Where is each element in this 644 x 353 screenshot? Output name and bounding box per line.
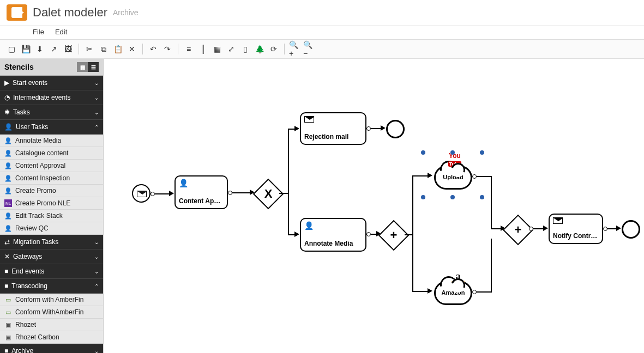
task-label: Annotate Media — [304, 240, 362, 247]
stencil-content-inspection[interactable]: 👤Content Inspection — [0, 172, 103, 185]
edge — [232, 192, 251, 193]
copy-icon[interactable]: ⧉ — [98, 43, 110, 55]
task-label: Rejection mail — [304, 133, 362, 141]
stencil-label: Create Promo — [15, 187, 56, 194]
distribute-icon[interactable]: ║ — [197, 43, 209, 55]
cut-icon[interactable]: ✂ — [83, 43, 95, 55]
selection-handle[interactable] — [450, 150, 455, 155]
chevron-down-icon: ⌄ — [94, 269, 99, 275]
view-list-icon[interactable]: ☰ — [88, 62, 99, 72]
group-start-events[interactable]: ▶ Start events ⌄ — [0, 76, 103, 90]
user-icon: 👤 — [4, 212, 12, 220]
node-parallel-gateway-split[interactable]: + — [378, 220, 410, 251]
refresh-icon[interactable]: ⟳ — [268, 43, 280, 55]
node-end-event[interactable] — [386, 120, 405, 138]
edge — [412, 175, 413, 292]
node-message-start-event[interactable] — [132, 184, 151, 203]
group-tasks[interactable]: ✱ Tasks ⌄ — [0, 105, 103, 120]
node-annotate-media[interactable]: 👤 Annotate Media — [300, 218, 366, 252]
play-icon: ▶ — [4, 79, 9, 87]
stencil-conform-amberfin-2[interactable]: ▭Conform WithAmberFin — [0, 306, 103, 319]
stencil-conform-amberfin-1[interactable]: ▭Conform with AmberFin — [0, 294, 103, 306]
edge — [412, 291, 429, 292]
edge — [491, 228, 502, 229]
new-doc-icon[interactable]: ▢ — [5, 43, 17, 55]
stencil-label: Conform WithAmberFin — [15, 308, 83, 316]
selection-handle[interactable] — [421, 195, 425, 199]
stencil-rhozet[interactable]: ▣Rhozet — [0, 319, 103, 331]
grid-icon[interactable]: ▦ — [211, 43, 223, 55]
group-label: End events — [11, 267, 44, 275]
group-user-tasks[interactable]: 👤 User Tasks ⌃ — [0, 120, 103, 135]
node-amazon[interactable]: a Amazon — [434, 281, 472, 305]
redo-icon[interactable]: ↷ — [161, 43, 173, 55]
node-notify-contributor[interactable]: Notify Contribu... — [549, 214, 603, 244]
align-icon[interactable]: ≡ — [183, 43, 195, 55]
group-label: Archive — [11, 347, 33, 353]
gear-icon: ✱ — [4, 108, 10, 116]
group-migration-tasks[interactable]: ⇄ Migration Tasks ⌄ — [0, 235, 103, 249]
zoom-out-icon[interactable]: 🔍− — [303, 43, 315, 55]
diagram-canvas[interactable]: 👤 Content Appro... X Rejection mail — [104, 59, 644, 353]
envelope-icon — [304, 115, 314, 124]
edge — [491, 176, 492, 228]
columns-icon[interactable]: ▯ — [239, 43, 251, 55]
chevron-down-icon: ⌄ — [94, 239, 99, 245]
paste-icon[interactable]: 📋 — [112, 43, 124, 55]
download-icon[interactable]: ⬇ — [34, 43, 46, 55]
stencil-annotate-media[interactable]: 👤Annotate Media — [0, 135, 103, 147]
node-upload-youtube[interactable]: YouTube Upload — [434, 166, 472, 190]
group-transcoding[interactable]: ■ Transcoding ⌃ — [0, 279, 103, 294]
app-logo — [7, 4, 27, 21]
chevron-down-icon: ⌄ — [94, 348, 99, 354]
connection-port — [151, 192, 155, 196]
menu-edit[interactable]: Edit — [55, 28, 67, 36]
user-icon: 👤 — [304, 221, 314, 230]
stencil-review-qc[interactable]: 👤Review QC — [0, 222, 103, 235]
save-icon[interactable]: 💾 — [20, 43, 32, 55]
node-content-approval[interactable]: 👤 Content Appro... — [174, 175, 228, 209]
selection-handle[interactable] — [450, 195, 455, 199]
stencil-create-promo[interactable]: 👤Create Promo — [0, 185, 103, 197]
tree-icon[interactable]: 🌲 — [254, 43, 266, 55]
stencil-label: Review QC — [15, 224, 49, 232]
user-icon: 👤 — [4, 137, 12, 144]
stencil-content-approval[interactable]: 👤Content Approval — [0, 160, 103, 172]
group-intermediate-events[interactable]: ◔ Intermediate events ⌄ — [0, 90, 103, 105]
selection-handle[interactable] — [480, 150, 484, 155]
view-grid-icon[interactable]: ▦ — [77, 62, 88, 72]
edge — [288, 129, 289, 235]
open-external-icon[interactable]: ↗ — [48, 43, 60, 55]
undo-icon[interactable]: ↶ — [147, 43, 159, 55]
selection-handle[interactable] — [421, 150, 425, 155]
stencil-create-promo-nle[interactable]: NLCreate Promo NLE — [0, 197, 103, 210]
group-end-events[interactable]: ■ End events ⌄ — [0, 264, 103, 279]
edge — [371, 128, 382, 129]
delete-icon[interactable]: ✕ — [126, 43, 138, 55]
chevron-down-icon: ⌄ — [94, 95, 99, 101]
node-end-event-final[interactable] — [622, 220, 640, 239]
group-label: Transcoding — [11, 282, 47, 290]
stencil-edit-track-stack[interactable]: 👤Edit Track Stack — [0, 210, 103, 222]
user-icon: 👤 — [4, 123, 13, 131]
image-icon[interactable]: 🖼 — [62, 43, 74, 55]
node-exclusive-gateway[interactable]: X — [253, 179, 284, 210]
chip-icon: ▣ — [4, 333, 12, 341]
arrow-icon — [543, 226, 548, 231]
group-archive[interactable]: ■ Archive ⌄ — [0, 344, 103, 353]
node-rejection-mail[interactable]: Rejection mail — [300, 112, 366, 145]
selection-handle[interactable] — [480, 195, 484, 199]
edge — [477, 176, 492, 177]
chip-icon: ▣ — [4, 321, 12, 328]
group-gateways[interactable]: ✕ Gateways ⌄ — [0, 249, 103, 264]
chevron-down-icon: ⌄ — [94, 80, 99, 86]
arrow-icon — [381, 125, 386, 131]
fit-icon[interactable]: ⤢ — [225, 43, 237, 55]
zoom-in-icon[interactable]: 🔍+ — [289, 43, 301, 55]
stencil-catalogue-content[interactable]: 👤Catalogue content — [0, 147, 103, 160]
edge — [533, 228, 544, 229]
menu-file[interactable]: File — [33, 28, 44, 36]
group-label: Start events — [13, 79, 47, 87]
stencil-rhozet-carbon[interactable]: ▣Rhozet Carbon — [0, 331, 103, 344]
arrow-icon — [294, 232, 299, 237]
